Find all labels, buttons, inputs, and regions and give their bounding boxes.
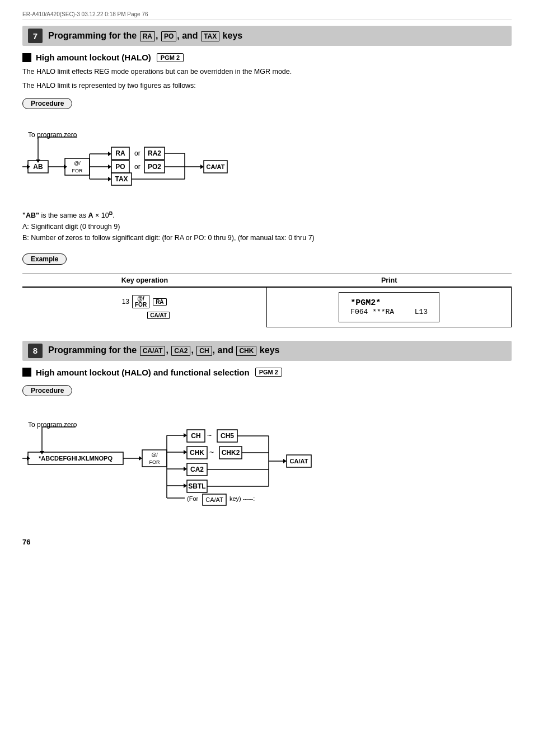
svg-marker-67 [184, 467, 187, 471]
svg-marker-45 [40, 451, 44, 454]
page-header: ER-A410/A420(SEC)-3 03.12.22 0:18 PM Pag… [22, 11, 512, 20]
svg-marker-3 [27, 165, 30, 169]
header-text: ER-A410/A420(SEC)-3 03.12.22 0:18 PM Pag… [22, 11, 148, 17]
print-line2-text: F064 ***RA [350, 308, 394, 316]
section7-title-prefix: Programming for the [48, 31, 137, 40]
svg-marker-53 [184, 433, 187, 438]
note-b: B: Number of zeros to follow significant… [22, 232, 512, 243]
procedure-label-7: Procedure [22, 98, 72, 109]
diagram-section7: To program zero AB @/ FOR RA or RA2 PO [22, 120, 512, 200]
svg-text:TAX: TAX [115, 175, 128, 183]
key-po: PO [161, 31, 176, 41]
section8-number: 8 [28, 344, 43, 358]
section7-subsection-heading: High amount lockout (HALO) PGM 2 [22, 53, 512, 62]
svg-text:CA/AT: CA/AT [205, 496, 223, 503]
section7-bar: 7 Programming for the RA, PO, and TAX ke… [22, 26, 512, 46]
page-number: 76 [22, 538, 512, 546]
svg-marker-5 [64, 165, 67, 169]
section7-body2: The HALO limit is represented by two fig… [22, 81, 512, 91]
svg-text:@/: @/ [151, 452, 158, 458]
table-row-example: 13 @/FOR RA CA/AT *PGM2* F064 ***RA L1 [22, 287, 512, 327]
section7-body1: The HALO limit effects REG mode operatio… [22, 67, 512, 77]
svg-text:@/: @/ [74, 161, 81, 166]
svg-text:CH5: CH5 [221, 432, 234, 440]
svg-text:(For: (For [187, 495, 199, 502]
key-caat-small: CA/AT [147, 312, 170, 319]
svg-marker-10 [108, 152, 111, 156]
key-caat-8: CA/AT [140, 346, 166, 356]
flow-diagram-8: To program zero *ABCDEFGHIJKLMNOPQ @/ FO… [22, 407, 442, 519]
svg-text:CA2: CA2 [190, 466, 204, 473]
svg-text:PO: PO [115, 163, 125, 171]
svg-text:key) -----:: key) -----: [229, 495, 255, 502]
svg-text:~: ~ [207, 431, 212, 440]
svg-marker-71 [184, 483, 187, 488]
svg-text:SBTL: SBTL [188, 482, 205, 490]
section7-title-suffix: keys [223, 31, 243, 40]
black-square-icon-8 [22, 368, 31, 377]
svg-text:FOR: FOR [149, 459, 160, 465]
svg-marker-85 [283, 459, 287, 463]
example-table-7: Key operation Print 13 @/FOR RA CA/AT [22, 274, 512, 327]
svg-text:CH: CH [191, 432, 200, 440]
flow-diagram-7: To program zero AB @/ FOR RA or RA2 PO [22, 120, 414, 199]
key-ch-8: CH [196, 346, 212, 356]
to-prog-zero-8: To program zero [28, 421, 77, 429]
svg-text:AB: AB [33, 163, 43, 171]
svg-text:CA/AT: CA/AT [207, 163, 225, 170]
svg-text:~: ~ [209, 448, 214, 457]
key-for-small: @/FOR [132, 295, 149, 308]
col-print: Print [267, 274, 512, 287]
key-op-cell: 13 @/FOR RA CA/AT [22, 287, 267, 327]
diagram-label-7: To program zero [28, 131, 77, 139]
svg-text:or: or [134, 149, 140, 157]
svg-text:PO2: PO2 [148, 163, 161, 171]
print-line1: *PGM2* [350, 298, 428, 308]
procedure-label-8: Procedure [22, 385, 72, 396]
svg-text:FOR: FOR [72, 168, 83, 173]
key-tax: TAX [201, 31, 219, 41]
note-a: A: Significant digit (0 through 9) [22, 221, 512, 232]
pgm-badge-8: PGM 2 [255, 368, 282, 377]
svg-marker-42 [27, 456, 30, 461]
svg-text:or: or [134, 163, 140, 171]
example-label-7: Example [22, 253, 67, 265]
section8-subsection-heading: High amount lockout (HALO) and functiona… [22, 368, 512, 377]
example-section-7: Example Key operation Print 13 @/FOR RA [22, 250, 512, 327]
svg-text:CA/AT: CA/AT [290, 458, 308, 464]
section8-halo-heading: High amount lockout (HALO) and functiona… [36, 368, 250, 377]
section7-halo-heading: High amount lockout (HALO) [36, 53, 151, 62]
key-op-13: 13 [122, 298, 129, 306]
key-ra-small: RA [153, 298, 166, 306]
print-line2-right: L13 [415, 308, 428, 316]
svg-marker-17 [108, 165, 111, 169]
svg-text:CHK2: CHK2 [222, 449, 240, 457]
svg-text:CHK: CHK [190, 449, 204, 457]
print-line2: F064 ***RA L13 [350, 308, 428, 316]
pgm-badge-7: PGM 2 [157, 53, 184, 62]
svg-marker-60 [184, 450, 187, 454]
black-square-icon [22, 53, 31, 62]
key-chk-8: CHK [236, 346, 256, 356]
col-key-op: Key operation [22, 274, 267, 287]
svg-text:RA: RA [115, 149, 125, 157]
section8-bar: 8 Programming for the CA/AT, CA2, CH, an… [22, 341, 512, 361]
section7-title: Programming for the RA, PO, and TAX keys [48, 31, 242, 41]
section8-title: Programming for the CA/AT, CA2, CH, and … [48, 345, 279, 356]
diagram-section8: To program zero *ABCDEFGHIJKLMNOPQ @/ FO… [22, 407, 512, 521]
section8-title-prefix: Programming for the [48, 345, 137, 355]
svg-marker-33 [200, 165, 204, 169]
key-ra: RA [140, 31, 155, 41]
svg-marker-24 [108, 177, 111, 181]
svg-marker-47 [139, 456, 142, 461]
key-ca2-8: CA2 [171, 346, 190, 356]
print-cell: *PGM2* F064 ***RA L13 [267, 287, 512, 327]
print-box: *PGM2* F064 ***RA L13 [339, 292, 439, 322]
svg-text:RA2: RA2 [148, 149, 161, 157]
notes-area-7: "AB" is the same as A × 10B. A: Signific… [22, 209, 512, 243]
svg-text:*ABCDEFGHIJKLMNOPQ: *ABCDEFGHIJKLMNOPQ [39, 455, 113, 462]
section8-title-suffix: keys [260, 345, 280, 355]
section7-number: 7 [28, 29, 43, 43]
note-ab: "AB" is the same as A × 10B. [22, 209, 512, 221]
